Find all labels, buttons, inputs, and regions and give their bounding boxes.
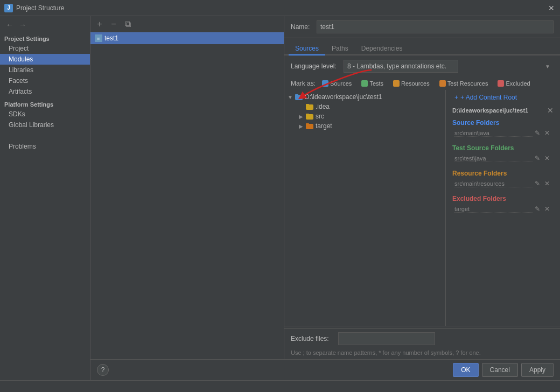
src-folder-icon (306, 114, 313, 120)
excluded-folders-section: Excluded Folders target ✎ ✕ (450, 194, 556, 215)
mark-tests-button[interactable]: Tests (358, 79, 387, 88)
exclude-files-row: Exclude files: (284, 328, 560, 348)
sidebar-item-sdks[interactable]: SDKs (0, 109, 90, 120)
window-title: Project Structure (16, 4, 547, 12)
tab-paths[interactable]: Paths (325, 43, 355, 55)
close-button[interactable]: ✕ (547, 4, 556, 12)
apply-button[interactable]: Apply (521, 363, 554, 377)
tab-sources[interactable]: Sources (289, 43, 325, 55)
language-select-wrapper: 8 - Lambdas, type annotations etc. (344, 60, 554, 73)
resource-folder-path: src\main\resources (454, 180, 533, 187)
source-folders-section: Source Folders src\main\java ✎ ✕ (450, 118, 556, 139)
mark-resources-button[interactable]: Resources (390, 79, 433, 88)
dialog-footer: ? OK Cancel Apply (90, 359, 560, 380)
sidebar-item-facets[interactable]: Facets (0, 75, 90, 86)
edit-excluded-folder-button[interactable]: ✎ (533, 205, 542, 213)
right-panel: Name: Sources Paths Dependencies Languag… (284, 16, 560, 359)
tree-toggle-root[interactable]: ▼ (286, 93, 294, 101)
test-resources-icon (439, 80, 446, 87)
folder-info-panel: + + Add Content Root D:\ideaworkspace\ju… (446, 90, 560, 326)
language-label: Language level: (291, 62, 339, 70)
excluded-folder-path: target (454, 206, 533, 213)
cancel-button[interactable]: Cancel (482, 363, 518, 377)
sources-icon (322, 80, 328, 87)
footer-buttons: OK Cancel Apply (453, 363, 554, 377)
mark-excluded-button[interactable]: Excluded (494, 79, 533, 88)
mark-test-resources-button[interactable]: Test Resources (436, 79, 492, 88)
ok-button[interactable]: OK (453, 363, 478, 377)
excluded-icon (498, 80, 504, 87)
tree-toggle-target[interactable]: ▶ (297, 122, 305, 130)
add-content-root-button[interactable]: + + Add Content Root (450, 92, 556, 103)
sidebar-item-artifacts[interactable]: Artifacts (0, 86, 90, 97)
sidebar: ← → Project Settings Project Modules Lib… (0, 16, 90, 380)
help-button[interactable]: ? (97, 364, 109, 376)
tree-label-idea: .idea (316, 103, 330, 110)
name-input[interactable] (317, 20, 554, 33)
source-folders-title: Source Folders (452, 119, 554, 127)
mark-sources-button[interactable]: Sources (319, 79, 355, 88)
source-folder-path: src\main\java (454, 130, 533, 137)
app-icon: J (4, 4, 13, 12)
sidebar-item-problems[interactable]: Problems (0, 141, 90, 152)
root-folder-icon (295, 94, 303, 100)
content-root-close-button[interactable]: ✕ (547, 106, 554, 115)
sidebar-item-project[interactable]: Project (0, 43, 90, 54)
title-bar: J Project Structure ✕ (0, 0, 560, 16)
status-bar (0, 380, 560, 392)
dialog-body: ← → Project Settings Project Modules Lib… (0, 16, 560, 380)
file-tree: ▼ D:\ideaworkspace\juc\test1 ▶ (284, 90, 446, 326)
module-name: test1 (104, 34, 118, 42)
remove-excluded-folder-button[interactable]: ✕ (543, 205, 551, 213)
tree-toggle-src[interactable]: ▶ (297, 113, 305, 120)
plus-icon: + (454, 94, 458, 101)
remove-test-folder-button[interactable]: ✕ (543, 154, 551, 163)
forward-button[interactable]: → (17, 19, 28, 30)
resource-folder-actions: ✎ ✕ (533, 179, 551, 188)
platform-settings-header: Platform Settings (0, 97, 90, 109)
module-item-test1[interactable]: m test1 (90, 32, 284, 44)
edit-test-folder-button[interactable]: ✎ (533, 154, 542, 163)
language-select[interactable]: 8 - Lambdas, type annotations etc. (344, 60, 458, 73)
test-source-folders-section: Test Source Folders src\test\java ✎ ✕ (450, 143, 556, 164)
sidebar-item-libraries[interactable]: Libraries (0, 65, 90, 75)
sidebar-item-modules[interactable]: Modules (0, 54, 90, 65)
tree-label-root: D:\ideaworkspace\juc\test1 (305, 93, 382, 101)
remove-module-button[interactable]: − (108, 18, 120, 30)
test-folder-actions: ✎ ✕ (533, 154, 551, 163)
add-module-button[interactable]: + (94, 18, 106, 30)
tab-dependencies[interactable]: Dependencies (355, 43, 409, 55)
copy-module-button[interactable]: ⧉ (122, 18, 134, 30)
test-source-folders-title: Test Source Folders (452, 144, 554, 152)
project-structure-dialog: J Project Structure ✕ ← → Project Settin… (0, 0, 560, 392)
tree-item-target[interactable]: ▶ target (284, 121, 445, 131)
sidebar-item-global-libraries[interactable]: Global Libraries (0, 120, 90, 130)
tree-item-idea[interactable]: ▶ .idea (284, 102, 445, 111)
module-icon: m (95, 34, 102, 42)
module-list-area: + − ⧉ m test1 (90, 16, 284, 359)
exclude-files-input[interactable] (338, 332, 435, 345)
module-toolbar: + − ⧉ (90, 16, 284, 32)
tree-label-target: target (316, 122, 332, 130)
content-root-header: D:\ideaworkspace\juc\test1 ✕ (450, 105, 556, 116)
remove-resource-folder-button[interactable]: ✕ (543, 179, 551, 188)
content-root-path: D:\ideaworkspace\juc\test1 (452, 107, 528, 114)
name-row: Name: (284, 16, 560, 38)
excluded-folder-row: target ✎ ✕ (452, 204, 554, 214)
test-source-folder-row: src\test\java ✎ ✕ (452, 153, 554, 163)
tree-item-src[interactable]: ▶ src (284, 111, 445, 121)
mark-as-label: Mark as: (291, 80, 316, 87)
remove-source-folder-button[interactable]: ✕ (543, 129, 551, 137)
back-button[interactable]: ← (4, 19, 15, 30)
sidebar-nav: ← → (0, 18, 90, 31)
source-folder-row: src\main\java ✎ ✕ (452, 128, 554, 138)
edit-source-folder-button[interactable]: ✎ (533, 129, 542, 137)
project-settings-header: Project Settings (0, 31, 90, 43)
name-label: Name: (291, 23, 312, 31)
content-split: ▼ D:\ideaworkspace\juc\test1 ▶ (284, 90, 560, 326)
source-folder-actions: ✎ ✕ (533, 129, 551, 137)
tree-item-root[interactable]: ▼ D:\ideaworkspace\juc\test1 (284, 92, 445, 102)
resources-icon (393, 80, 400, 87)
edit-resource-folder-button[interactable]: ✎ (533, 179, 542, 188)
resource-folders-section: Resource Folders src\main\resources ✎ ✕ (450, 169, 556, 190)
